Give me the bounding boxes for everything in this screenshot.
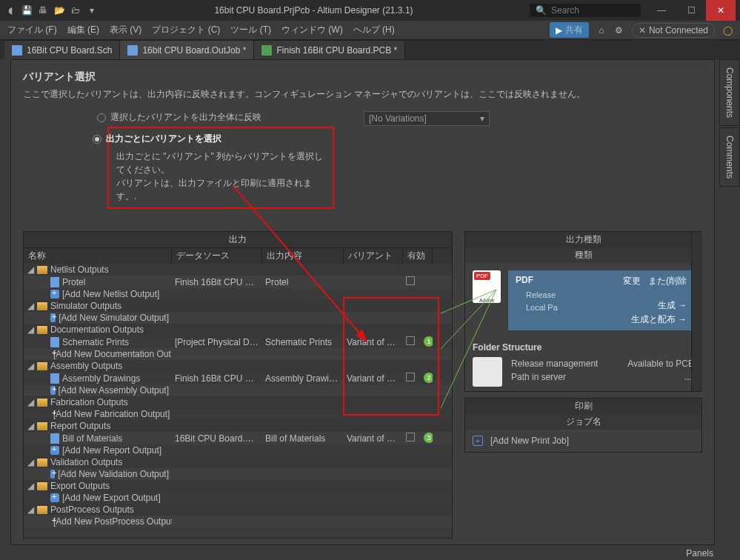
generate-link[interactable]: 生成 → xyxy=(658,299,687,312)
doc-icon xyxy=(50,277,59,287)
gear-icon[interactable]: ⚙ xyxy=(614,25,624,36)
sch-file-icon xyxy=(12,45,22,56)
variant-section-desc: ここで選択したバリアントは、出力内容に反映されます。コンフィギュレーション マネ… xyxy=(23,88,702,101)
menu-tool[interactable]: ツール (T) xyxy=(230,24,271,36)
folder-icon xyxy=(37,362,47,370)
radio-unselected[interactable] xyxy=(97,113,106,122)
twisty-icon[interactable]: ◢ xyxy=(27,324,34,335)
folder-icon xyxy=(37,459,47,467)
tab-pcb[interactable]: Finish 16Bit CPU Board.PCB * xyxy=(254,40,405,59)
folder-icon xyxy=(37,399,47,407)
project-icon[interactable]: 🗁 xyxy=(70,4,81,16)
generate-distribute-link[interactable]: 生成と配布 → xyxy=(631,313,687,326)
col-variant[interactable]: バリアント xyxy=(344,248,403,264)
variant-column-highlight xyxy=(343,297,439,416)
category-row[interactable]: ◢Report Outputs xyxy=(24,420,452,432)
plus-icon xyxy=(50,470,55,479)
category-row[interactable]: ◢Validation Outputs xyxy=(24,456,452,468)
category-row[interactable]: ◢Export Outputs xyxy=(24,480,452,492)
twisty-icon[interactable]: ◢ xyxy=(27,264,34,275)
home-icon[interactable]: ⌂ xyxy=(596,25,607,36)
plus-icon xyxy=(50,446,59,455)
side-tab-comments[interactable]: Comments xyxy=(719,127,740,187)
plus-icon xyxy=(50,313,56,322)
titlebar: ◖ 💾 🖶 📂 🗁 ▾ 16bit CPU Board.PrjPcb - Alt… xyxy=(0,0,740,21)
tab-sch[interactable]: 16Bit CPU Board.Sch xyxy=(4,40,120,59)
menu-edit[interactable]: 編集 (E) xyxy=(67,24,99,36)
enable-checkbox[interactable] xyxy=(406,433,415,441)
save-icon[interactable]: 💾 xyxy=(21,4,33,16)
content-area: バリアント選択 ここで選択したバリアントは、出力内容に反映されます。コンフィギュ… xyxy=(10,59,715,545)
output-row[interactable]: Bill of Materials16Bit CPU Board.SchBill… xyxy=(24,432,452,444)
print-icon[interactable]: 🖶 xyxy=(37,4,49,16)
connection-status[interactable]: ✕ Not Connected xyxy=(632,23,715,38)
menu-view[interactable]: 表示 (V) xyxy=(110,24,141,36)
menu-project[interactable]: プロジェクト (C) xyxy=(152,24,220,36)
maximize-button[interactable]: ☐ xyxy=(676,0,706,21)
folder-icon xyxy=(37,302,47,310)
variant-opt-all[interactable]: 選択したバリアントを出力全体に反映 xyxy=(97,111,334,124)
col-enabled[interactable]: 有効 xyxy=(403,248,433,264)
print-jobs: 印刷 ジョブ名 + [Add New Print Job] xyxy=(464,398,702,453)
doc-icon xyxy=(50,337,59,347)
pdf-icon[interactable] xyxy=(473,270,501,303)
add-output-row[interactable]: [Add New Validation Output] xyxy=(24,468,452,480)
outjob-file-icon xyxy=(127,45,138,56)
cloud-icon[interactable]: ◯ xyxy=(722,25,733,36)
variant-dropdown[interactable]: [No Variations] ▾ xyxy=(364,111,490,126)
category-row[interactable]: ◢PostProcess Outputs xyxy=(24,504,452,516)
doc-icon xyxy=(50,373,59,384)
rc-subtitle: 種類 xyxy=(465,247,701,263)
panels-button[interactable]: Panels xyxy=(686,548,713,559)
add-output-row[interactable]: [Add New PostProcess Output] xyxy=(24,516,452,527)
tab-outjob[interactable]: 16bit CPU Board.OutJob * xyxy=(120,40,254,59)
add-output-row[interactable]: [Add New Export Output] xyxy=(24,492,452,504)
folder-icon xyxy=(37,326,47,334)
folder-icon xyxy=(37,506,47,514)
radio-selected[interactable] xyxy=(93,135,101,144)
menu-window[interactable]: ウィンドウ (W) xyxy=(281,24,343,36)
doc-icon xyxy=(50,433,59,444)
add-print-job[interactable]: + [Add New Print Job] xyxy=(465,430,701,452)
minimize-button[interactable]: — xyxy=(647,0,676,21)
menubar: ファイル (F) 編集 (E) 表示 (V) プロジェクト (C) ツール (T… xyxy=(0,21,740,40)
enable-checkbox[interactable] xyxy=(406,276,415,285)
pcb-file-icon xyxy=(261,45,272,56)
col-output-content[interactable]: 出力内容 xyxy=(262,248,344,264)
menu-help[interactable]: ヘルプ (H) xyxy=(353,24,395,36)
twisty-icon[interactable]: ◢ xyxy=(27,504,34,515)
category-row[interactable]: ◢Netlist Outputs xyxy=(24,264,452,276)
twisty-icon[interactable]: ◢ xyxy=(27,301,34,311)
variant-opt-per-output[interactable]: 出力ごとにバリアントを選択 xyxy=(93,133,325,145)
grid-title: 出力 xyxy=(24,232,452,248)
variant-opt-per-output-highlight: 出力ごとにバリアントを選択 出力ごとに "バリアント" 列からバリアントを選択し… xyxy=(107,127,334,209)
rc-title: 出力種類 xyxy=(465,232,701,247)
folder-icon xyxy=(37,266,47,274)
menu-file[interactable]: ファイル (F) xyxy=(7,24,57,36)
col-name[interactable]: 名称 xyxy=(24,248,172,264)
plus-icon xyxy=(50,386,56,395)
output-container-pdf[interactable]: PDF 変更 また(削除 Release Local Pa 生成 → 生成と配布… xyxy=(508,270,694,330)
close-button[interactable]: ✕ xyxy=(706,0,736,21)
folder-structure-title: Folder Structure xyxy=(473,342,694,353)
share-button[interactable]: ▶ 共有 xyxy=(550,22,589,38)
add-output-row[interactable]: [Add New Report Output] xyxy=(24,444,452,456)
twisty-icon[interactable]: ◢ xyxy=(27,421,34,431)
twisty-icon[interactable]: ◢ xyxy=(27,457,34,467)
variant-section-title: バリアント選択 xyxy=(23,70,702,84)
twisty-icon[interactable]: ◢ xyxy=(27,397,34,407)
document-tabs: 16Bit CPU Board.Sch 16bit CPU Board.OutJ… xyxy=(0,40,740,59)
open-icon[interactable]: 📂 xyxy=(53,4,65,16)
search-input[interactable] xyxy=(551,5,635,16)
dropdown-icon[interactable]: ▾ xyxy=(86,4,98,16)
output-row[interactable]: ProtelFinish 16Bit CPU Board.PProtel xyxy=(24,276,452,288)
twisty-icon[interactable]: ◢ xyxy=(27,481,34,491)
window-title: 16bit CPU Board.PrjPcb - Altium Designer… xyxy=(98,5,530,16)
side-tab-components[interactable]: Components xyxy=(719,59,740,126)
search-box[interactable]: 🔍 xyxy=(530,4,641,17)
rc-scrollbar[interactable] xyxy=(691,232,702,391)
col-datasource[interactable]: データソース xyxy=(172,248,262,264)
twisty-icon[interactable]: ◢ xyxy=(27,361,34,371)
folder-icon xyxy=(37,422,47,430)
chevron-down-icon: ▾ xyxy=(480,113,484,124)
